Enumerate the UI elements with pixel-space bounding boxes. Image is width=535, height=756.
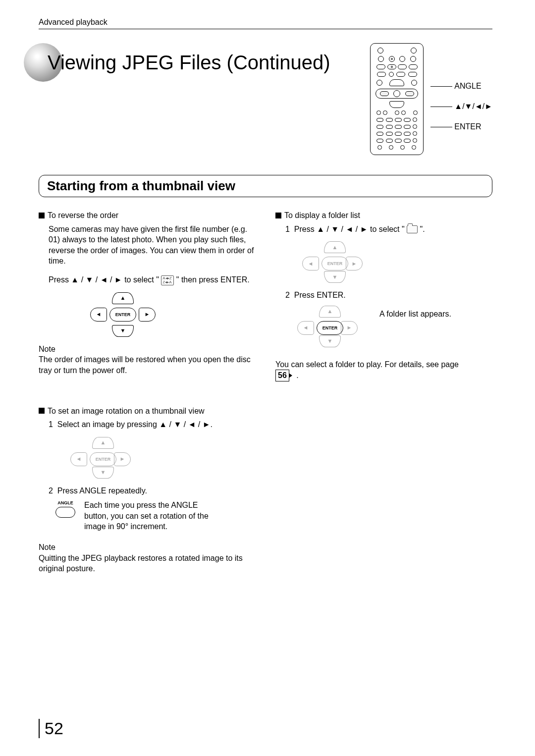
remote-diagram: ANGLE ▲/▼/◄/► ENTER — [370, 43, 492, 155]
page-number: 52 — [39, 719, 63, 738]
remote-callout-labels: ANGLE ▲/▼/◄/► ENTER — [430, 82, 492, 131]
angle-button-figure: ANGLE Each time you press the ANGLE butt… — [55, 500, 256, 532]
reverse-order-body: Some cameras may have given the first fi… — [49, 224, 256, 267]
reverse-order-heading: To reverse the order — [39, 210, 256, 221]
dpad-down-icon: ▼ — [92, 467, 114, 479]
folder-step1: 1 Press ▲ / ▼ / ◄ / ► to select " ". — [285, 224, 492, 235]
dpad-left-icon: ◄ — [297, 321, 314, 335]
dpad-up-icon: ▲ — [319, 306, 341, 318]
note-label: Note — [39, 542, 256, 553]
dpad-right-icon: ► — [341, 321, 358, 335]
dpad-up-icon: ▲ — [92, 437, 114, 449]
angle-button-icon: ANGLE — [55, 500, 75, 518]
content-columns: To reverse the order Some cameras may ha… — [39, 207, 492, 574]
dpad-down-icon: ▼ — [324, 271, 346, 283]
dpad-down-icon: ▼ — [112, 325, 134, 337]
enter-button-icon: ENTER — [109, 308, 136, 322]
subsection-heading: Starting from a thumbnail view — [39, 175, 492, 197]
dpad-down-icon: ▼ — [319, 335, 341, 347]
remote-label-angle: ANGLE — [454, 82, 481, 90]
dpad-left-icon: ◄ — [70, 452, 87, 466]
enter-button-icon: ENTER — [321, 257, 348, 270]
folder-step2-detail: ▲ ▼ ◄ ► ENTER A folder list appears. — [275, 306, 492, 347]
enter-button-icon: ENTER — [90, 452, 116, 466]
dpad-up-icon: ▲ — [324, 241, 346, 253]
reverse-order-instruction: Press ▲ / ▼ / ◄ / ► to select " A◂▸ZZ◂▸A… — [49, 274, 256, 285]
folder-step2: 2 Press ENTER. — [285, 290, 492, 301]
folder-footer: You can select a folder to play. For det… — [275, 359, 492, 381]
dpad-left-icon: ◄ — [90, 308, 107, 322]
note-body: Quitting the JPEG playback restores a ro… — [39, 553, 256, 574]
dpad-figure-enter-active: ▲ ▼ ◄ ► ENTER — [290, 306, 365, 347]
folder-icon — [407, 225, 418, 233]
remote-outline — [370, 43, 424, 155]
dpad-right-icon: ► — [114, 452, 131, 466]
remote-label-enter: ENTER — [454, 122, 481, 131]
rotation-heading: To set an image rotation on a thumbnail … — [39, 406, 256, 417]
title-text: Viewing JPEG Files (Continued) — [48, 52, 330, 74]
dpad-figure-dim: ▲ ▼ ◄ ► ENTER — [295, 241, 370, 283]
dpad-left-icon: ◄ — [302, 257, 319, 270]
dpad-up-icon: ▲ — [112, 292, 134, 304]
left-column: To reverse the order Some cameras may ha… — [39, 207, 256, 574]
section-label: Advanced playback — [39, 18, 492, 27]
rotation-step2-body: Each time you press the ANGLE button, yo… — [84, 500, 223, 532]
note-label: Note — [39, 344, 256, 355]
rotation-step1: 1 Select an image by pressing ▲ / ▼ / ◄ … — [49, 419, 256, 430]
folder-appears-text: A folder list appears. — [379, 309, 451, 320]
dpad-right-icon: ► — [346, 257, 363, 270]
note-body: The order of images will be restored whe… — [39, 354, 256, 376]
dpad-right-icon: ► — [139, 308, 156, 322]
remote-label-dpad: ▲/▼/◄/► — [454, 102, 492, 110]
page-title: Viewing JPEG Files (Continued) — [24, 43, 330, 82]
dpad-figure-enter: ▲ ▼ ◄ ► ENTER — [83, 292, 162, 337]
header-rule — [39, 29, 492, 29]
sort-az-icon: A◂▸ZZ◂▸A — [161, 275, 174, 285]
right-column: To display a folder list 1 Press ▲ / ▼ /… — [275, 207, 492, 574]
remote-dpad-highlight — [375, 89, 418, 99]
title-row: Viewing JPEG Files (Continued) ANGLE ▲/▼… — [39, 43, 492, 155]
folder-list-heading: To display a folder list — [275, 210, 492, 221]
rotation-step2: 2 Press ANGLE repeatedly. — [49, 486, 256, 496]
page-reference: 56 — [275, 370, 289, 381]
dpad-figure-dim: ▲ ▼ ◄ ► ENTER — [63, 437, 138, 479]
enter-button-icon: ENTER — [317, 321, 343, 335]
